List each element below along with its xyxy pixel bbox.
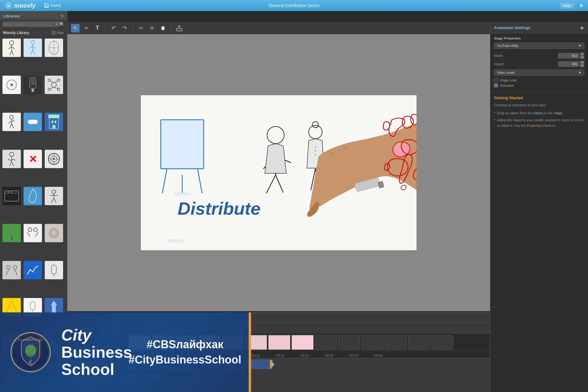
video-mode-dropdown[interactable]: Video mode ▼ [494,70,584,76]
stage-properties-section: Stage Properties YouTube 480p ▼ Width: ▲… [490,33,588,92]
height-up[interactable]: ▲ [580,61,584,64]
search-input[interactable] [2,21,60,27]
mark-00-20: 00:20 [349,354,374,357]
width-stepper[interactable]: ▲ ▼ [580,52,584,59]
height-down[interactable]: ▼ [580,64,584,67]
svg-point-43 [9,152,14,156]
lib-item[interactable] [24,113,42,131]
gs-step-1: • Drag an object from the Library to the… [494,111,584,116]
export-button[interactable] [175,24,183,32]
mark-00-22: 00:22 [374,354,398,357]
undo-button[interactable]: ↶ [109,24,118,32]
moovly-library-header: Moovly Library Filter [0,29,67,37]
mark-00-12: 00:12 [251,354,276,357]
lib-item[interactable] [2,39,21,57]
copy-button[interactable]: ⧉ [148,24,156,32]
getting-started-intro: Creating an animation is very easy: [494,103,584,108]
filter-checkbox[interactable] [52,31,55,35]
gs-step2-text: Adjust the object to your needs: positio… [497,118,584,128]
lib-item[interactable] [45,113,63,131]
lib-item[interactable] [2,113,21,131]
stage-color-checkbox[interactable] [494,78,498,82]
lib-item[interactable] [45,39,63,57]
svg-rect-117 [30,356,31,360]
close-button[interactable]: ✕ [579,3,583,9]
height-stepper[interactable]: ▲ ▼ [580,61,584,67]
stage-canvas[interactable]: Distribute moovly [141,95,417,250]
help-button[interactable]: Help [560,3,574,9]
toolbar: ↖ ✏ T ↶ ↷ ✂ ⧉ 📋 [67,22,490,34]
library-link[interactable]: Library [533,111,544,115]
svg-line-14 [33,50,35,55]
lib-item[interactable] [24,261,42,279]
lib-item[interactable] [2,261,21,279]
svg-rect-42 [48,115,59,118]
lib-item[interactable] [2,187,21,205]
autosave-checkbox[interactable] [494,83,498,87]
lib-item[interactable] [45,76,63,94]
svg-line-13 [31,50,33,55]
hashtag-1: #CBSлайфхак [147,338,224,351]
cut-button[interactable]: ✂ [137,24,145,32]
separator [171,24,171,32]
svg-line-29 [54,81,57,82]
width-row: Width: ▲ ▼ [494,52,584,59]
search-icon[interactable]: 🔍 [59,22,65,27]
lib-item[interactable] [45,261,63,279]
filter-button[interactable]: Filter [52,31,64,35]
redo-button[interactable]: ↷ [120,24,129,32]
draw-tool[interactable]: ✏ [82,24,91,32]
height-input[interactable] [558,61,579,67]
svg-point-64 [28,228,32,232]
lib-item[interactable] [45,150,63,168]
width-up[interactable]: ▲ [580,52,584,55]
svg-point-56 [11,191,12,193]
svg-line-11 [30,46,33,48]
overlay-hashtags: #CBSлайфхак #CityBusinessSchool [129,338,241,366]
width-input[interactable] [558,53,579,58]
stage-area[interactable]: Distribute moovly [67,34,490,311]
overlay-business-text: Business [61,344,132,360]
paste-button[interactable]: 📋 [159,24,167,32]
lib-item[interactable]: ✕ [24,150,42,168]
format-dropdown[interactable]: YouTube 480p ▼ [494,43,584,49]
select-tool[interactable]: ↖ [71,24,80,32]
collapse-icon[interactable]: ▶ [581,25,584,30]
svg-line-37 [12,123,13,128]
getting-started-section: Getting Started Creating an animation is… [490,92,588,392]
lib-item[interactable] [24,224,42,242]
lib-item[interactable] [2,224,21,242]
svg-text:C: C [29,360,32,365]
gs-step1-text: Drag an object from the Library to the S… [497,111,564,116]
text-tool[interactable]: T [93,24,102,32]
svg-point-67 [51,231,56,236]
lib-item[interactable] [45,224,63,242]
overlay-logo: C CITY BUSINESS SCHOOL [6,328,55,377]
lib-item[interactable] [24,187,42,205]
svg-point-57 [52,190,56,194]
animation-settings-header: Animation Settings ▶ [490,22,588,33]
thumb-8[interactable] [292,335,314,350]
stage-link[interactable]: Stage [554,111,563,115]
logo: m moovly [0,1,36,10]
thumb-empty-3 [361,335,383,350]
lib-item[interactable] [45,187,63,205]
svg-point-116 [25,345,36,357]
moovly-lib-title: Moovly Library [3,31,29,35]
thumb-empty-4 [385,335,407,350]
width-down[interactable]: ▼ [580,56,584,59]
getting-started-title: Getting Started [494,96,584,100]
svg-point-68 [6,266,10,269]
lib-item[interactable] [24,76,42,94]
sync-icon[interactable]: ↻ [60,13,64,18]
lib-item[interactable] [24,39,42,57]
animation-settings-title: Animation Settings [494,25,530,30]
thumb-7[interactable] [268,335,290,350]
lib-item[interactable] [2,150,21,168]
svg-rect-81 [176,28,182,31]
svg-line-46 [12,162,14,166]
lib-item[interactable] [2,76,21,94]
svg-point-32 [10,115,13,119]
svg-rect-63 [11,236,12,240]
search-clear-icon[interactable]: ✕ [55,22,58,26]
